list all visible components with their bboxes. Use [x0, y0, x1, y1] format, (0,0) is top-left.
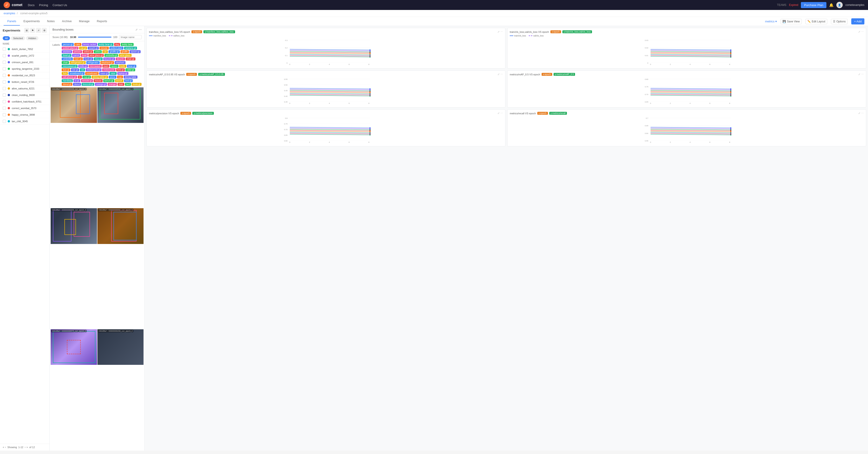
image-cell[interactable]: 04818f8a7 / 000000000540_curr_epoch_1	[97, 87, 144, 123]
label-tag[interactable]: elephant	[115, 61, 125, 64]
fullscreen-icon[interactable]: ⤢	[858, 112, 860, 115]
label-tag[interactable]: cat	[80, 68, 85, 71]
sidebar-icon-1[interactable]: ⊞	[24, 28, 29, 33]
label-tag[interactable]: tennis racket	[82, 43, 97, 46]
fullscreen-icon[interactable]: ⤢	[498, 112, 500, 115]
filter-selected[interactable]: Selected	[11, 36, 25, 40]
experiment-item[interactable]: confident_hatchback_9751	[0, 98, 50, 105]
label-tag[interactable]: bowl	[81, 54, 88, 57]
edit-layout-button[interactable]: ✏️ Edit Layout	[805, 19, 827, 24]
experiment-item[interactable]: crimson_panel_691	[0, 59, 50, 66]
label-tag[interactable]: dining table	[124, 76, 137, 79]
metrics-dropdown[interactable]: metrics ▾	[765, 20, 777, 23]
label-tag[interactable]: refrigerator-gt	[70, 61, 86, 64]
label-tag[interactable]: pizza	[109, 76, 116, 79]
breadcrumb-root[interactable]: examples	[4, 12, 15, 15]
label-tag[interactable]: remote-gt	[81, 79, 93, 82]
exp-checkbox[interactable]	[3, 48, 6, 51]
exp-checkbox[interactable]	[3, 113, 6, 116]
experiment-item[interactable]: correct_wombat_3570	[0, 105, 50, 112]
label-tag[interactable]: fork-gt	[116, 68, 125, 71]
exp-checkbox[interactable]	[3, 61, 6, 64]
label-tag[interactable]: zebra	[94, 50, 102, 53]
label-tag[interactable]: cake-gt	[125, 68, 135, 71]
image-cell[interactable]: 04818f8a7 / 000000000092_curr_epoch_0	[97, 208, 144, 244]
exp-checkbox[interactable]	[3, 120, 6, 123]
experiment-item[interactable]: alive_satsuma_6221	[0, 85, 50, 92]
label-tag[interactable]: giraffe-gt	[108, 50, 120, 53]
chart-more-icon[interactable]: ⋯	[500, 112, 503, 115]
label-tag[interactable]: potted plant	[110, 47, 123, 50]
label-tag[interactable]: vase	[110, 72, 116, 75]
label-tag[interactable]: cell phone-gt	[62, 76, 77, 79]
label-tag[interactable]: fork	[62, 72, 68, 75]
chart-more-icon[interactable]: ⋯	[861, 73, 864, 76]
label-tag[interactable]: spoon-gt	[129, 50, 141, 53]
label-tag[interactable]: tv-gt	[73, 79, 80, 82]
label-tag[interactable]: spoon	[110, 65, 119, 68]
label-tag[interactable]: umbrella-gt	[104, 54, 118, 57]
exp-checkbox[interactable]	[3, 54, 6, 57]
label-tag[interactable]: handbag	[62, 79, 73, 82]
fullscreen-icon[interactable]: ⤢	[858, 30, 860, 33]
label-tag[interactable]: carrot	[72, 54, 80, 57]
label-tag[interactable]: remote	[99, 47, 109, 50]
label-tag[interactable]: motorcycle	[102, 68, 115, 71]
prev-page-arrow[interactable]: ‹	[5, 446, 6, 449]
experiment-item[interactable]: dutch_durian_7652	[0, 46, 50, 53]
image-cell[interactable]: 04818f8a7 / 000000000575_curr_epoch_0	[51, 329, 97, 365]
exp-checkbox[interactable]	[3, 100, 6, 103]
experiment-item[interactable]: bottom_newel_9726	[0, 79, 50, 85]
label-tag[interactable]: motorcycle-gt	[86, 68, 101, 71]
label-tag[interactable]: train	[118, 83, 124, 86]
label-tag[interactable]: chair	[62, 61, 69, 64]
label-tag[interactable]: mouse	[94, 79, 103, 82]
fullscreen-icon[interactable]: ⤢	[858, 73, 860, 76]
label-tag[interactable]: bicycle-gt	[103, 57, 115, 60]
label-tag[interactable]: bed-gt	[124, 79, 133, 82]
exp-checkbox[interactable]	[3, 93, 6, 97]
label-tag[interactable]: refrigerator	[86, 61, 100, 64]
label-tag[interactable]: car-gt	[71, 68, 79, 71]
exp-checkbox[interactable]	[3, 87, 6, 90]
label-tag[interactable]: orange	[107, 83, 117, 86]
experiment-item[interactable]: scarlet_pastry_1472	[0, 53, 50, 59]
chart-more-icon[interactable]: ⋯	[500, 73, 503, 76]
label-tag[interactable]: knife-gt	[78, 65, 88, 68]
label-tag[interactable]: bowl-gt	[62, 54, 71, 57]
image-cell[interactable]: 04818f8a7 / 000000000428_curr_epoch_0	[51, 87, 97, 123]
label-tag[interactable]: orange-gt	[95, 83, 107, 86]
label-tag[interactable]: cup-gt	[83, 76, 91, 79]
label-tag[interactable]: dining table-gt	[92, 76, 108, 79]
label-tag[interactable]: bench-gt	[103, 79, 114, 82]
score-slider[interactable]	[78, 37, 111, 37]
notification-icon[interactable]: 🔔	[829, 3, 834, 7]
fullscreen-icon[interactable]: ⤢	[498, 30, 500, 33]
tab-reports[interactable]: Reports	[93, 17, 111, 26]
label-tag[interactable]: laptop-gt	[117, 72, 128, 75]
experiment-item[interactable]: clean_molding_8608	[0, 92, 50, 98]
label-tag[interactable]: bear-gt	[127, 65, 136, 68]
tab-manage[interactable]: Manage	[75, 17, 93, 26]
label-tag[interactable]: bicycle	[116, 57, 125, 60]
label-tag[interactable]: cat-gt	[79, 47, 87, 50]
last-page-arrow[interactable]: »	[26, 446, 28, 449]
more-icon[interactable]: ⋯	[139, 28, 142, 31]
label-tag[interactable]: tv	[78, 76, 82, 79]
experiment-item[interactable]: residential_run_8523	[0, 72, 50, 79]
exp-checkbox[interactable]	[3, 80, 6, 84]
next-page-arrow[interactable]: ›	[25, 446, 26, 449]
label-tag[interactable]: book-gt	[131, 83, 141, 86]
label-tag[interactable]: dog-gt	[94, 57, 102, 60]
label-tag[interactable]: truck-gt	[84, 57, 93, 60]
save-view-button[interactable]: 💾 Save View	[780, 19, 802, 24]
exp-checkbox[interactable]	[3, 67, 6, 70]
label-tag[interactable]: car	[102, 50, 108, 53]
label-tag[interactable]: broccoli-gt	[82, 83, 94, 86]
label-tag[interactable]: cup	[117, 76, 123, 79]
label-tag[interactable]: vase-gt	[99, 72, 109, 75]
experiment-item[interactable]: sporting_tangerine_2333	[0, 66, 50, 72]
label-tag[interactable]: teddy bear	[121, 43, 133, 46]
image-cell[interactable]: 04818f8a7 / 000000000208_curr_epoch_0	[97, 329, 144, 365]
label-tag[interactable]: cake	[74, 43, 81, 46]
